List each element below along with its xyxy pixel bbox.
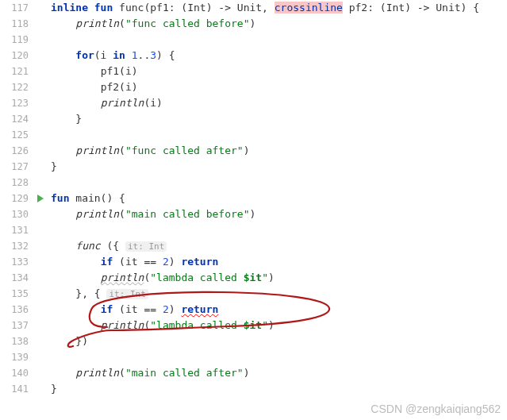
- line-number: 128: [0, 175, 29, 191]
- code-line[interactable]: [51, 127, 507, 143]
- code-line[interactable]: }: [51, 159, 507, 175]
- code-line[interactable]: }): [51, 333, 507, 349]
- line-number: 120: [0, 48, 29, 64]
- line-number: 118: [0, 16, 29, 32]
- function-call: println: [75, 17, 119, 29]
- code-area[interactable]: inline fun func(pf1: (Int) -> Unit, cros…: [48, 0, 507, 420]
- string-literal: "lambda called: [150, 272, 243, 283]
- code-text: }): [75, 335, 88, 347]
- code-line[interactable]: if (it == 2) return: [51, 254, 507, 270]
- code-line[interactable]: println("func called before"): [51, 16, 507, 32]
- code-text: main() {: [75, 192, 125, 204]
- gutter-spacer: [33, 381, 48, 397]
- line-number: 125: [0, 127, 29, 143]
- indent: [51, 319, 101, 331]
- indent: [51, 367, 75, 379]
- gutter-spacer: [33, 111, 48, 127]
- code-line[interactable]: func ({ it: Int: [51, 238, 507, 254]
- gutter-spacer: [33, 254, 48, 270]
- gutter-spacer: [33, 95, 48, 111]
- code-line[interactable]: }, { it: Int: [51, 286, 507, 302]
- gutter-spacer: [33, 333, 48, 349]
- indent: [51, 256, 101, 268]
- code-text: (i): [144, 97, 162, 109]
- code-line[interactable]: if (it == 2) return: [51, 302, 507, 318]
- code-editor[interactable]: 1171181191201211221231241251261271281291…: [0, 0, 507, 420]
- gutter-spacer: [33, 365, 48, 381]
- gutter-spacer: [33, 64, 48, 79]
- gutter-spacer: [33, 222, 48, 238]
- code-text: ) {: [156, 49, 175, 61]
- indent: [51, 144, 75, 156]
- gutter-spacer: [33, 270, 48, 286]
- code-text: ): [244, 367, 250, 379]
- code-line[interactable]: println("lambda called $it"): [51, 270, 507, 286]
- code-line[interactable]: println("func called after"): [51, 143, 507, 159]
- function-call: println: [101, 319, 144, 331]
- code-line[interactable]: for(i in 1..3) {: [51, 48, 507, 64]
- indent: [51, 113, 75, 125]
- code-line[interactable]: [51, 32, 507, 48]
- number-literal: 3: [150, 49, 156, 61]
- code-line[interactable]: inline fun func(pf1: (Int) -> Unit, cros…: [51, 0, 507, 16]
- keyword-error: return: [181, 303, 218, 315]
- code-text: ({: [106, 240, 125, 252]
- code-line[interactable]: println("main called before"): [51, 206, 507, 222]
- line-number: 136: [0, 302, 29, 318]
- code-text: ..: [138, 49, 151, 61]
- indent: [51, 81, 101, 93]
- code-text: ): [268, 272, 275, 283]
- code-line[interactable]: fun main() {: [51, 191, 507, 206]
- indent: [51, 49, 75, 61]
- gutter-spacer: [33, 349, 48, 365]
- line-number: 135: [0, 286, 29, 302]
- string-literal: "lambda called: [150, 319, 243, 331]
- number-literal: 2: [163, 303, 169, 315]
- code-text: pf2(i): [101, 81, 138, 93]
- code-line[interactable]: pf1(i): [51, 64, 507, 79]
- run-icon[interactable]: [33, 191, 48, 206]
- line-number: 126: [0, 143, 29, 159]
- code-text: (: [119, 208, 125, 220]
- code-text: (: [119, 17, 125, 29]
- code-text: pf1(i): [101, 65, 138, 77]
- function-call: println: [75, 144, 119, 156]
- indent: [51, 335, 75, 347]
- string-template-var: $it: [244, 272, 262, 283]
- code-line[interactable]: [51, 222, 507, 238]
- string-literal: ": [262, 319, 268, 331]
- string-template-var: $it: [244, 319, 262, 331]
- gutter-spacer: [33, 286, 48, 302]
- line-number-gutter: 1171181191201211221231241251261271281291…: [0, 0, 33, 420]
- code-line[interactable]: }: [51, 381, 507, 397]
- code-line[interactable]: println("lambda called $it"): [51, 318, 507, 333]
- gutter-spacer: [33, 48, 48, 64]
- gutter-spacer: [33, 79, 48, 95]
- code-line[interactable]: println("main called after"): [51, 365, 507, 381]
- gutter-spacer: [33, 238, 48, 254]
- line-number: 117: [0, 0, 29, 16]
- line-number: 139: [0, 349, 29, 365]
- gutter-spacer: [33, 127, 48, 143]
- code-text: }: [75, 113, 82, 125]
- line-number: 119: [0, 32, 29, 48]
- code-text: }, {: [75, 287, 106, 299]
- gutter-spacer: [33, 206, 48, 222]
- code-line[interactable]: println(i): [51, 95, 507, 111]
- code-line[interactable]: [51, 175, 507, 191]
- line-number: 134: [0, 270, 29, 286]
- line-number: 132: [0, 238, 29, 254]
- code-text: (: [119, 367, 125, 379]
- line-number: 133: [0, 254, 29, 270]
- code-line[interactable]: }: [51, 111, 507, 127]
- highlighted-keyword: crossinline: [275, 2, 343, 13]
- line-number: 141: [0, 381, 29, 397]
- code-text: ): [244, 144, 250, 156]
- code-text: pf2: (Int) -> Unit) {: [343, 2, 479, 13]
- gutter-spacer: [33, 0, 48, 16]
- code-text: }: [51, 160, 57, 172]
- code-line[interactable]: pf2(i): [51, 79, 507, 95]
- string-literal: "main called after": [125, 367, 244, 379]
- code-line[interactable]: [51, 349, 507, 365]
- line-number: 137: [0, 318, 29, 333]
